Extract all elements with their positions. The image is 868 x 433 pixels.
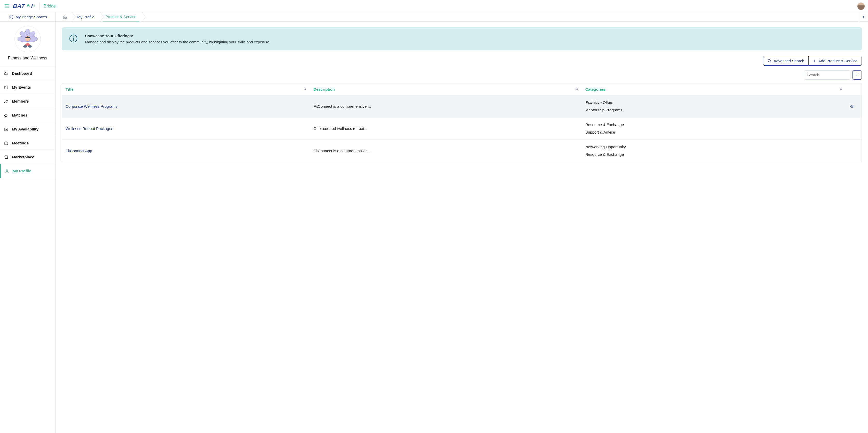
button-label: Advanced Search bbox=[774, 59, 804, 63]
sidebar-nav: Dashboard My Events Members Matches My A… bbox=[0, 66, 55, 178]
home-icon[interactable] bbox=[61, 15, 69, 19]
logo-text-2: I bbox=[31, 3, 33, 9]
table-row[interactable]: FitConnect AppFitConnect is a comprehens… bbox=[62, 140, 862, 162]
row-title-link[interactable]: FitConnect App bbox=[66, 149, 92, 153]
sidebar-item-label: Marketplace bbox=[12, 155, 34, 159]
brand-logo[interactable]: BAT I ® bbox=[13, 3, 39, 10]
arrow-left-circle-icon bbox=[9, 15, 13, 20]
svg-rect-18 bbox=[5, 128, 8, 131]
user-avatar[interactable] bbox=[857, 2, 865, 10]
products-table: Title Description Categories Corporate W… bbox=[62, 83, 862, 162]
menu-toggle-icon[interactable] bbox=[3, 3, 11, 9]
sort-icon[interactable] bbox=[840, 87, 842, 91]
button-label: Add Product & Service bbox=[818, 59, 858, 63]
svg-line-29 bbox=[770, 61, 771, 62]
row-description: FitConnect is a comprehensive ... bbox=[310, 140, 582, 162]
breadcrumb-product-service[interactable]: Product & Service bbox=[103, 12, 139, 22]
users-icon bbox=[4, 99, 9, 103]
row-categories: Networking OpportunityResource & Exchang… bbox=[582, 140, 846, 162]
svg-point-28 bbox=[768, 59, 770, 62]
sidebar-item-label: My Events bbox=[12, 85, 31, 89]
topbar: BAT I ® Bridge bbox=[0, 0, 868, 12]
sidebar-item-label: Members bbox=[12, 99, 29, 103]
row-description: FitConnect is a comprehensive ... bbox=[310, 95, 582, 118]
svg-point-16 bbox=[5, 100, 6, 101]
calendar-icon bbox=[4, 141, 9, 145]
svg-point-38 bbox=[852, 106, 853, 107]
sidebar: Fitness and Wellness Dashboard My Events… bbox=[0, 22, 56, 433]
add-product-service-button[interactable]: Add Product & Service bbox=[809, 56, 862, 66]
calendar-check-icon bbox=[4, 127, 9, 131]
svg-rect-21 bbox=[5, 142, 8, 145]
svg-point-10 bbox=[23, 45, 27, 48]
sort-icon[interactable] bbox=[304, 87, 306, 91]
breadcrumb-bar: My Bridge Spaces My Profile Product & Se… bbox=[0, 12, 868, 22]
svg-point-17 bbox=[6, 100, 7, 101]
table-row[interactable]: Corporate Wellness ProgramsFitConnect is… bbox=[62, 95, 862, 118]
app-name[interactable]: Bridge bbox=[44, 4, 56, 8]
main-content: Showcase Your Offerings! Manage and disp… bbox=[56, 22, 868, 433]
svg-point-25 bbox=[6, 169, 7, 171]
info-banner: Showcase Your Offerings! Manage and disp… bbox=[62, 27, 862, 51]
registered-mark: ® bbox=[34, 5, 35, 7]
breadcrumb-separator bbox=[69, 12, 75, 22]
column-header-actions bbox=[846, 84, 862, 95]
row-categories: Resource & ExchangeSupport & Advice bbox=[582, 118, 846, 140]
plus-icon bbox=[813, 59, 816, 63]
puzzle-icon bbox=[4, 113, 9, 117]
search-row bbox=[62, 70, 862, 80]
row-description: Offer curated wellness retreat... bbox=[310, 118, 582, 140]
sidebar-item-dashboard: Dashboard bbox=[0, 66, 55, 80]
svg-point-27 bbox=[73, 37, 74, 37]
row-title-link[interactable]: Wellness Retreat Packages bbox=[66, 126, 113, 131]
column-header-title[interactable]: Title bbox=[62, 84, 310, 95]
user-icon bbox=[5, 169, 9, 173]
breadcrumb-my-profile[interactable]: My Profile bbox=[75, 12, 97, 22]
column-header-description[interactable]: Description bbox=[310, 84, 582, 95]
list-view-toggle-button[interactable] bbox=[852, 70, 862, 80]
svg-rect-12 bbox=[5, 86, 8, 89]
sidebar-item-label: My Profile bbox=[13, 169, 31, 173]
back-label: My Bridge Spaces bbox=[16, 15, 47, 19]
calendar-icon bbox=[4, 85, 9, 89]
sidebar-item-label: Matches bbox=[12, 113, 27, 117]
table-row[interactable]: Wellness Retreat PackagesOffer curated w… bbox=[62, 118, 862, 140]
svg-point-11 bbox=[28, 45, 32, 48]
search-icon bbox=[768, 59, 772, 63]
leaf-icon bbox=[26, 4, 31, 9]
space-avatar bbox=[14, 26, 41, 52]
sidebar-item-label: Meetings bbox=[12, 141, 29, 145]
breadcrumb-separator bbox=[139, 12, 145, 22]
search-input[interactable] bbox=[804, 70, 850, 80]
sidebar-item-my-events: My Events bbox=[0, 80, 55, 94]
sidebar-item-my-profile: My Profile bbox=[0, 164, 55, 178]
breadcrumb: My Profile Product & Service bbox=[56, 12, 145, 22]
banner-text: Manage and display the products and serv… bbox=[85, 40, 270, 44]
sidebar-item-matches: Matches bbox=[0, 108, 55, 122]
back-to-spaces-link[interactable]: My Bridge Spaces bbox=[0, 12, 56, 22]
sidebar-item-meetings: Meetings bbox=[0, 136, 55, 150]
sidebar-item-my-availability: My Availability bbox=[0, 122, 55, 136]
banner-title: Showcase Your Offerings! bbox=[85, 34, 270, 38]
breadcrumb-separator bbox=[97, 12, 103, 22]
collapse-panel-button[interactable] bbox=[859, 12, 868, 22]
info-icon bbox=[69, 34, 78, 43]
advanced-search-button[interactable]: Advanced Search bbox=[763, 56, 809, 66]
view-icon[interactable] bbox=[850, 104, 858, 109]
row-title-link[interactable]: Corporate Wellness Programs bbox=[66, 104, 118, 109]
home-icon bbox=[4, 71, 9, 75]
sidebar-item-label: My Availability bbox=[12, 127, 38, 131]
row-categories: Exclusive OffersMentorship Programs bbox=[582, 95, 846, 118]
action-row: Advanced Search Add Product & Service bbox=[62, 56, 862, 66]
store-icon bbox=[4, 155, 9, 159]
logo-text-1: BAT bbox=[13, 3, 25, 9]
sidebar-item-marketplace: Marketplace bbox=[0, 150, 55, 164]
sidebar-item-members: Members bbox=[0, 94, 55, 108]
space-header: Fitness and Wellness bbox=[0, 22, 55, 66]
sort-icon[interactable] bbox=[576, 87, 578, 91]
sidebar-item-label: Dashboard bbox=[12, 71, 32, 75]
space-title: Fitness and Wellness bbox=[8, 56, 47, 60]
column-header-categories[interactable]: Categories bbox=[582, 84, 846, 95]
svg-point-32 bbox=[856, 74, 856, 74]
